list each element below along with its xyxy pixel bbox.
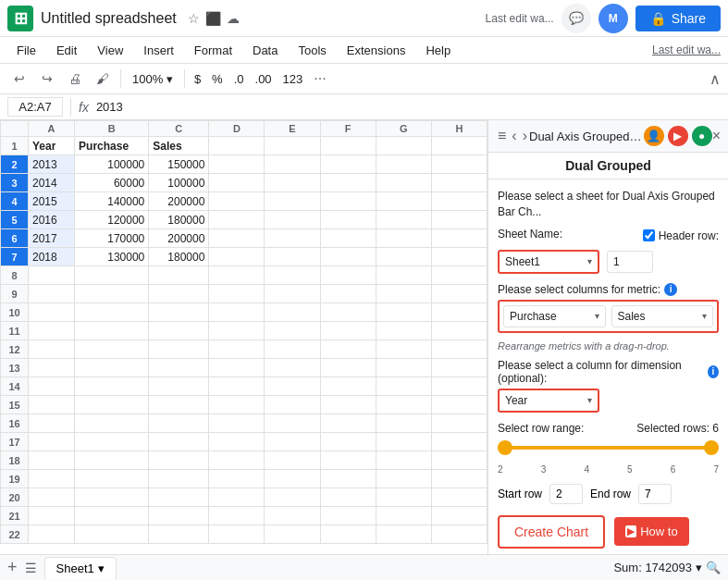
cell[interactable]: Purchase bbox=[75, 137, 149, 155]
cell[interactable] bbox=[265, 211, 320, 229]
cell[interactable] bbox=[75, 414, 149, 433]
cell[interactable] bbox=[209, 285, 265, 303]
cell[interactable] bbox=[29, 396, 75, 414]
cell[interactable] bbox=[149, 340, 209, 359]
cell[interactable] bbox=[75, 322, 149, 340]
range-thumb-left[interactable] bbox=[498, 440, 512, 455]
cell[interactable] bbox=[29, 377, 75, 396]
cell[interactable] bbox=[29, 433, 75, 451]
cell[interactable]: 120000 bbox=[75, 211, 149, 229]
dimension-info-icon[interactable]: i bbox=[708, 365, 719, 378]
cell[interactable] bbox=[431, 414, 487, 433]
cell[interactable] bbox=[75, 507, 149, 525]
cell[interactable] bbox=[320, 488, 376, 507]
cell[interactable] bbox=[265, 433, 320, 451]
cell[interactable] bbox=[265, 414, 320, 433]
row-number[interactable]: 14 bbox=[1, 377, 29, 396]
cell[interactable]: Sales bbox=[149, 137, 209, 155]
row-number[interactable]: 6 bbox=[1, 229, 29, 248]
cell[interactable] bbox=[29, 488, 75, 507]
cell[interactable] bbox=[75, 470, 149, 488]
col-header-h[interactable]: H bbox=[431, 121, 487, 137]
cell[interactable]: 200000 bbox=[149, 192, 209, 211]
folder-icon[interactable]: ⬛ bbox=[205, 11, 221, 26]
cell[interactable] bbox=[320, 155, 376, 174]
cell[interactable] bbox=[376, 507, 431, 525]
cell[interactable] bbox=[149, 507, 209, 525]
cell[interactable] bbox=[209, 211, 265, 229]
row-number[interactable]: 9 bbox=[1, 285, 29, 303]
row-number[interactable]: 10 bbox=[1, 303, 29, 322]
cell[interactable] bbox=[149, 414, 209, 433]
cell[interactable] bbox=[376, 414, 431, 433]
cell[interactable] bbox=[320, 322, 376, 340]
cell[interactable] bbox=[265, 451, 320, 470]
panel-youtube-icon[interactable]: ▶ bbox=[668, 126, 688, 146]
metric-info-icon[interactable]: i bbox=[664, 283, 677, 296]
cell[interactable] bbox=[431, 488, 487, 507]
menu-insert[interactable]: Insert bbox=[134, 42, 183, 59]
cell[interactable] bbox=[209, 396, 265, 414]
cell[interactable] bbox=[149, 525, 209, 544]
cell[interactable] bbox=[29, 470, 75, 488]
cell[interactable]: 2018 bbox=[29, 248, 75, 266]
cell[interactable] bbox=[29, 451, 75, 470]
cell[interactable] bbox=[320, 451, 376, 470]
cell[interactable]: 2015 bbox=[29, 192, 75, 211]
cell[interactable] bbox=[265, 174, 320, 192]
cell[interactable] bbox=[320, 507, 376, 525]
menu-edit[interactable]: Edit bbox=[47, 42, 86, 59]
cell[interactable] bbox=[431, 303, 487, 322]
cell[interactable] bbox=[209, 414, 265, 433]
cell[interactable] bbox=[149, 322, 209, 340]
howto-button[interactable]: ▶ How to bbox=[614, 517, 688, 546]
metric1-select[interactable]: Purchase ▾ bbox=[503, 305, 606, 327]
cell[interactable] bbox=[320, 174, 376, 192]
row-number[interactable]: 13 bbox=[1, 359, 29, 377]
redo-button[interactable]: ↪ bbox=[35, 67, 59, 91]
cell[interactable] bbox=[431, 433, 487, 451]
cell[interactable] bbox=[376, 211, 431, 229]
cell[interactable]: 130000 bbox=[75, 248, 149, 266]
cell[interactable] bbox=[75, 340, 149, 359]
cell[interactable] bbox=[431, 377, 487, 396]
cell[interactable] bbox=[320, 248, 376, 266]
cell[interactable] bbox=[376, 525, 431, 544]
cell[interactable] bbox=[376, 322, 431, 340]
cell[interactable] bbox=[320, 285, 376, 303]
cell[interactable] bbox=[376, 229, 431, 248]
cell[interactable] bbox=[265, 359, 320, 377]
menu-format[interactable]: Format bbox=[185, 42, 241, 59]
cell[interactable] bbox=[265, 155, 320, 174]
cell[interactable] bbox=[75, 488, 149, 507]
cloud-icon[interactable]: ☁ bbox=[227, 11, 240, 26]
cell[interactable] bbox=[209, 266, 265, 285]
cell[interactable] bbox=[75, 451, 149, 470]
create-chart-button[interactable]: Create Chart bbox=[498, 515, 605, 549]
row-number[interactable]: 5 bbox=[1, 211, 29, 229]
cell[interactable]: 100000 bbox=[149, 174, 209, 192]
cell[interactable] bbox=[431, 174, 487, 192]
cell[interactable]: Year bbox=[29, 137, 75, 155]
header-row-input[interactable] bbox=[607, 251, 653, 273]
cell[interactable] bbox=[209, 340, 265, 359]
row-number[interactable]: 8 bbox=[1, 266, 29, 285]
cell[interactable]: 2013 bbox=[29, 155, 75, 174]
cell[interactable] bbox=[29, 322, 75, 340]
cell[interactable] bbox=[209, 322, 265, 340]
menu-file[interactable]: File bbox=[7, 42, 45, 59]
row-number[interactable]: 16 bbox=[1, 414, 29, 433]
cell[interactable] bbox=[149, 359, 209, 377]
cell[interactable] bbox=[320, 525, 376, 544]
menu-help[interactable]: Help bbox=[416, 42, 460, 59]
cell[interactable] bbox=[265, 229, 320, 248]
panel-person-icon[interactable]: 👤 bbox=[644, 126, 664, 146]
cell[interactable] bbox=[209, 470, 265, 488]
col-header-b[interactable]: B bbox=[75, 121, 149, 137]
row-number[interactable]: 21 bbox=[1, 507, 29, 525]
cell[interactable] bbox=[431, 396, 487, 414]
cell[interactable] bbox=[431, 155, 487, 174]
cell[interactable] bbox=[29, 414, 75, 433]
cell[interactable] bbox=[149, 303, 209, 322]
cell[interactable]: 60000 bbox=[75, 174, 149, 192]
